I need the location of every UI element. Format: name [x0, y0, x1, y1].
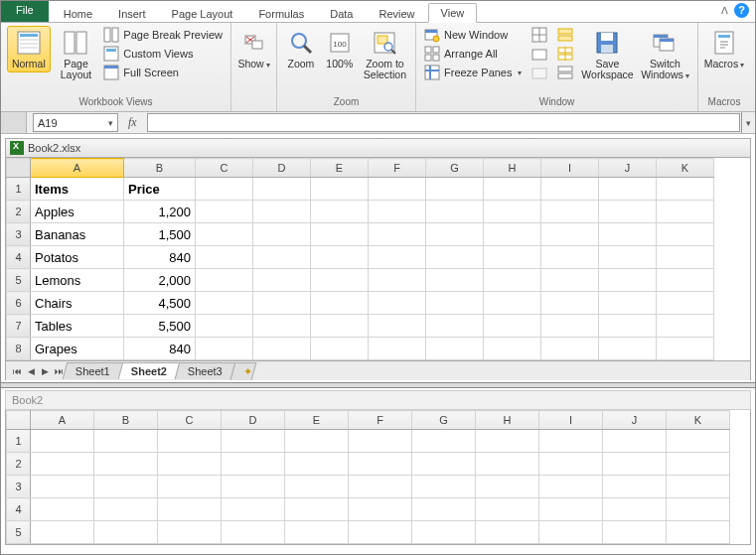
cell-K4[interactable]	[657, 246, 714, 269]
formula-input[interactable]	[147, 113, 740, 132]
cell-I4[interactable]	[541, 246, 599, 269]
cell2-E5[interactable]	[285, 521, 349, 544]
cell2-D4[interactable]	[222, 498, 285, 521]
spreadsheet-grid[interactable]: ABCDEFGHIJK1ItemsPrice2Apples1,2003Banan…	[6, 158, 714, 360]
cell2-A2[interactable]	[31, 453, 94, 476]
cell-B1[interactable]: Price	[124, 178, 196, 201]
page-break-preview-button[interactable]: Page Break Preview	[101, 26, 225, 44]
cell-K6[interactable]	[657, 292, 714, 315]
cell2-K1[interactable]	[667, 430, 730, 453]
chevron-down-icon[interactable]: ▾	[108, 118, 113, 128]
cell2-B2[interactable]	[94, 453, 158, 476]
cell2-I4[interactable]	[539, 498, 603, 521]
cell-F2[interactable]	[369, 201, 426, 223]
cell2-K4[interactable]	[667, 498, 730, 521]
cell2-I1[interactable]	[539, 430, 603, 453]
cell-B6[interactable]: 4,500	[124, 292, 196, 315]
cell2-I2[interactable]	[539, 453, 603, 476]
cell-J6[interactable]	[599, 292, 657, 315]
cell2-C5[interactable]	[158, 521, 222, 544]
cell-A6[interactable]: Chairs	[31, 292, 124, 315]
cell2-D5[interactable]	[222, 521, 285, 544]
cell-D8[interactable]	[253, 338, 311, 360]
zoom-to-selection-button[interactable]: Zoom to Selection	[361, 26, 409, 83]
cell-G2[interactable]	[426, 201, 484, 223]
row-header-3[interactable]: 3	[7, 223, 31, 246]
cell-I2[interactable]	[541, 201, 599, 223]
cell-C4[interactable]	[196, 246, 253, 269]
show-button[interactable]: Show▾	[234, 26, 272, 73]
cell-I7[interactable]	[541, 315, 599, 338]
row-header-4[interactable]: 4	[7, 246, 31, 269]
cell-C8[interactable]	[196, 338, 253, 360]
cell-D1[interactable]	[253, 178, 311, 201]
cell2-B4[interactable]	[94, 498, 158, 521]
tab-formulas[interactable]: Formulas	[245, 4, 317, 23]
cell2-G3[interactable]	[412, 476, 476, 498]
row-header-2-1[interactable]: 1	[7, 430, 31, 453]
cell-E7[interactable]	[311, 315, 369, 338]
cell-G4[interactable]	[426, 246, 484, 269]
row-header-7[interactable]: 7	[7, 315, 31, 338]
cell-J3[interactable]	[599, 223, 657, 246]
cell-H2[interactable]	[484, 201, 541, 223]
cell-K2[interactable]	[657, 201, 714, 223]
cell2-I5[interactable]	[539, 521, 603, 544]
cell-B4[interactable]: 840	[124, 246, 196, 269]
normal-view-button[interactable]: Normal	[7, 26, 51, 72]
cell-D3[interactable]	[253, 223, 311, 246]
col-header-2-B[interactable]: B	[94, 411, 158, 430]
cell-F3[interactable]	[369, 223, 426, 246]
zoom-button[interactable]: Zoom	[283, 26, 319, 72]
col-header-C[interactable]: C	[196, 159, 253, 178]
cell2-A4[interactable]	[31, 498, 94, 521]
cell-C6[interactable]	[196, 292, 253, 315]
cell2-F4[interactable]	[349, 498, 412, 521]
cell-J7[interactable]	[599, 315, 657, 338]
cell-G3[interactable]	[426, 223, 484, 246]
cell2-I3[interactable]	[539, 476, 603, 498]
tab-view[interactable]: View	[428, 3, 478, 23]
cell2-F3[interactable]	[349, 476, 412, 498]
cell-F8[interactable]	[369, 338, 426, 360]
cell2-J1[interactable]	[603, 430, 667, 453]
save-workspace-button[interactable]: Save Workspace	[579, 26, 635, 83]
cell-F5[interactable]	[369, 269, 426, 292]
window-splitter[interactable]	[1, 382, 755, 388]
cell2-A1[interactable]	[31, 430, 94, 453]
cell-J8[interactable]	[599, 338, 657, 360]
cell-K8[interactable]	[657, 338, 714, 360]
cell-B3[interactable]: 1,500	[124, 223, 196, 246]
tab-nav-prev-icon[interactable]: ◀	[24, 364, 38, 378]
cell2-F2[interactable]	[349, 453, 412, 476]
tab-page-layout[interactable]: Page Layout	[159, 4, 246, 23]
row-header-2-4[interactable]: 4	[7, 498, 31, 521]
cell-K7[interactable]	[657, 315, 714, 338]
cell-D2[interactable]	[253, 201, 311, 223]
fx-icon[interactable]: fx	[124, 115, 141, 130]
minimize-ribbon-icon[interactable]: ᐱ	[721, 5, 728, 16]
cell-E6[interactable]	[311, 292, 369, 315]
row-header-2-2[interactable]: 2	[7, 453, 31, 476]
select-all-corner[interactable]	[7, 159, 31, 178]
cell2-A3[interactable]	[31, 476, 94, 498]
cell-C5[interactable]	[196, 269, 253, 292]
cell-A3[interactable]: Bananas	[31, 223, 124, 246]
cell2-J2[interactable]	[603, 453, 667, 476]
cell-I1[interactable]	[541, 178, 599, 201]
cell-F1[interactable]	[369, 178, 426, 201]
cell2-C3[interactable]	[158, 476, 222, 498]
cell-E5[interactable]	[311, 269, 369, 292]
cell2-F1[interactable]	[349, 430, 412, 453]
cell2-H5[interactable]	[476, 521, 539, 544]
cell2-D2[interactable]	[222, 453, 285, 476]
cell2-E3[interactable]	[285, 476, 349, 498]
cell-D5[interactable]	[253, 269, 311, 292]
cell-A4[interactable]: Potatos	[31, 246, 124, 269]
cell2-H3[interactable]	[476, 476, 539, 498]
cell2-H4[interactable]	[476, 498, 539, 521]
cell-C2[interactable]	[196, 201, 253, 223]
col-header-G[interactable]: G	[426, 159, 484, 178]
col-header-K[interactable]: K	[657, 159, 714, 178]
cell-C1[interactable]	[196, 178, 253, 201]
